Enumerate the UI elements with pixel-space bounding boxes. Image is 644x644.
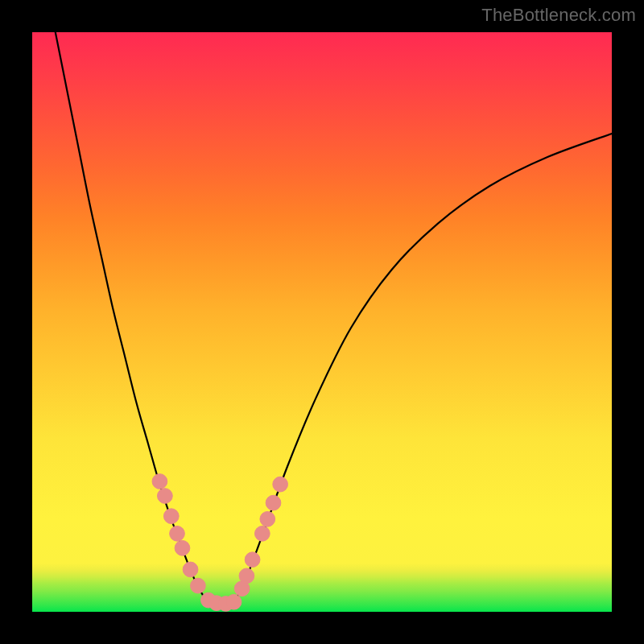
- curve-marker: [266, 495, 281, 510]
- curve-marker: [152, 474, 167, 489]
- curve-marker: [226, 594, 242, 609]
- curve-marker: [170, 526, 185, 541]
- curve-marker: [158, 489, 173, 504]
- curve-marker: [273, 477, 288, 492]
- curve-marker: [191, 578, 206, 593]
- curve-left-branch: [56, 32, 206, 601]
- curve-marker: [254, 526, 270, 541]
- plot-area: [32, 32, 612, 612]
- chart-svg: [32, 32, 612, 612]
- curve-marker: [163, 509, 179, 524]
- curve-marker: [260, 511, 275, 526]
- watermark-text: TheBottleneck.com: [481, 5, 636, 26]
- curve-marker-group: [152, 474, 287, 612]
- curve-marker: [175, 540, 190, 555]
- chart-canvas: TheBottleneck.com: [0, 0, 644, 644]
- curve-marker: [239, 568, 254, 584]
- curve-marker: [245, 552, 260, 568]
- curve-right-branch: [235, 134, 612, 601]
- curve-marker: [183, 562, 198, 577]
